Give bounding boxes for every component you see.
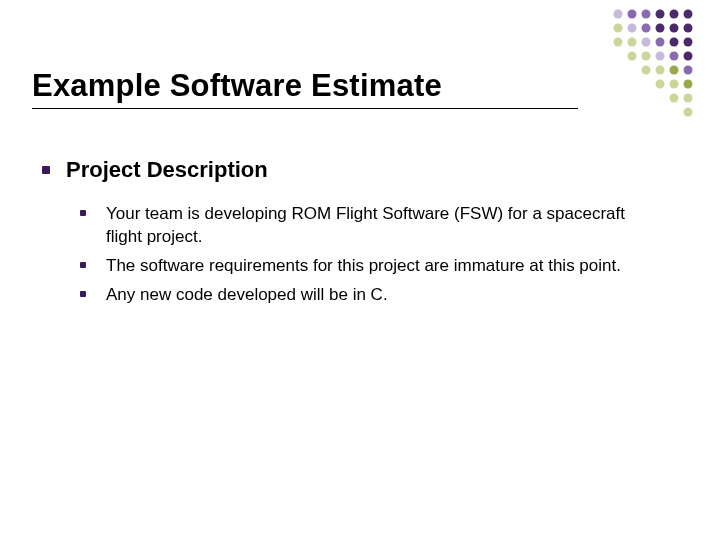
svg-point-32 bbox=[684, 108, 693, 117]
svg-point-8 bbox=[642, 24, 651, 33]
svg-point-23 bbox=[642, 66, 651, 75]
svg-point-13 bbox=[628, 38, 637, 47]
svg-point-28 bbox=[670, 80, 679, 89]
slide-title: Example Software Estimate bbox=[32, 68, 578, 104]
svg-point-17 bbox=[684, 38, 693, 47]
list-item-text: The software requirements for this proje… bbox=[106, 255, 621, 278]
svg-point-6 bbox=[614, 24, 623, 33]
svg-point-21 bbox=[670, 52, 679, 61]
svg-point-9 bbox=[656, 24, 665, 33]
svg-point-25 bbox=[670, 66, 679, 75]
svg-point-10 bbox=[670, 24, 679, 33]
svg-point-2 bbox=[642, 10, 651, 19]
svg-point-27 bbox=[656, 80, 665, 89]
svg-point-11 bbox=[684, 24, 693, 33]
svg-point-31 bbox=[684, 94, 693, 103]
svg-point-16 bbox=[670, 38, 679, 47]
svg-point-30 bbox=[670, 94, 679, 103]
slide: Example Software Estimate Project Descri… bbox=[0, 0, 720, 540]
svg-point-18 bbox=[628, 52, 637, 61]
title-wrap: Example Software Estimate bbox=[32, 68, 578, 109]
svg-point-19 bbox=[642, 52, 651, 61]
svg-point-26 bbox=[684, 66, 693, 75]
svg-point-1 bbox=[628, 10, 637, 19]
square-bullet-icon bbox=[80, 291, 86, 297]
svg-point-12 bbox=[614, 38, 623, 47]
content: Project Description Your team is develop… bbox=[32, 157, 688, 307]
svg-point-7 bbox=[628, 24, 637, 33]
svg-point-29 bbox=[684, 80, 693, 89]
section-heading-item: Project Description bbox=[42, 157, 688, 183]
sub-list: Your team is developing ROM Flight Softw… bbox=[42, 203, 688, 307]
svg-point-20 bbox=[656, 52, 665, 61]
svg-point-5 bbox=[684, 10, 693, 19]
svg-point-14 bbox=[642, 38, 651, 47]
svg-point-15 bbox=[656, 38, 665, 47]
section-heading: Project Description bbox=[66, 157, 268, 183]
list-item: Your team is developing ROM Flight Softw… bbox=[80, 203, 688, 249]
corner-dots-decoration bbox=[584, 8, 704, 128]
square-bullet-icon bbox=[80, 262, 86, 268]
svg-point-4 bbox=[670, 10, 679, 19]
svg-point-3 bbox=[656, 10, 665, 19]
list-item-text: Your team is developing ROM Flight Softw… bbox=[106, 203, 646, 249]
square-bullet-icon bbox=[42, 166, 50, 174]
list-item: Any new code developed will be in C. bbox=[80, 284, 688, 307]
square-bullet-icon bbox=[80, 210, 86, 216]
svg-point-22 bbox=[684, 52, 693, 61]
svg-point-0 bbox=[614, 10, 623, 19]
svg-point-24 bbox=[656, 66, 665, 75]
list-item-text: Any new code developed will be in C. bbox=[106, 284, 388, 307]
list-item: The software requirements for this proje… bbox=[80, 255, 688, 278]
